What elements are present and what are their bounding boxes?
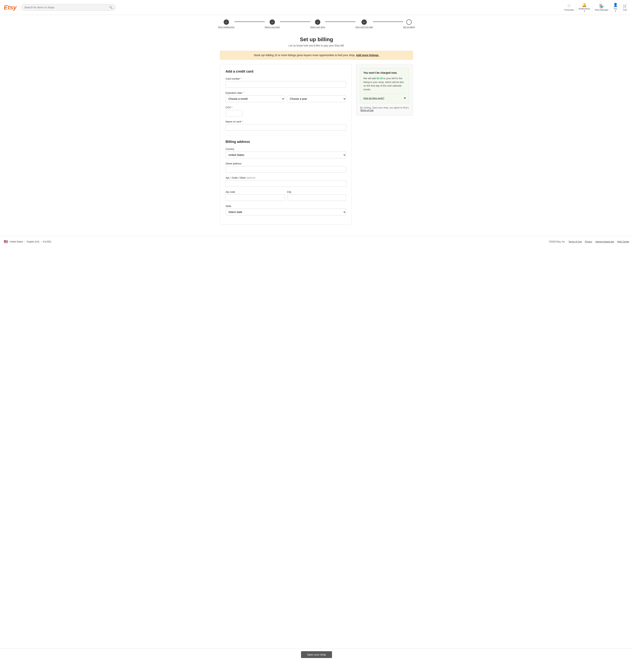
- page-content: Set up billing Let us know how you'd lik…: [216, 33, 417, 229]
- apt-group: Apt. / Suite / Other optional: [226, 176, 346, 187]
- country-select[interactable]: United States: [226, 151, 346, 158]
- search-input[interactable]: [24, 6, 108, 9]
- step-line-1: [234, 22, 265, 22]
- card-number-required: *: [241, 77, 242, 80]
- add-more-listings-link[interactable]: Add more listings.: [356, 54, 379, 57]
- step-name-your-shop[interactable]: ✓ Name your shop: [265, 20, 280, 28]
- name-required: *: [242, 120, 242, 123]
- step-circle-stock-shop: ✓: [315, 20, 320, 25]
- street-address-label: Street address: [226, 162, 346, 165]
- city-label: City: [287, 191, 346, 193]
- apt-optional: optional: [247, 176, 255, 179]
- chevron-down-icon: ▾: [404, 96, 406, 100]
- footer-currency: $ (USD): [43, 240, 51, 243]
- footer-terms-link[interactable]: Terms of Use: [568, 240, 582, 243]
- state-select[interactable]: Select state: [226, 209, 346, 215]
- user-icon: 👤: [613, 3, 618, 7]
- city-group: City: [287, 191, 346, 201]
- expiry-date-group: Expiration date * Choose a month January…: [226, 92, 346, 102]
- expiry-required: *: [242, 92, 243, 94]
- shop-manager-icon: 🏪: [599, 4, 604, 8]
- step-stock-your-shop[interactable]: ✓ Stock your shop: [310, 20, 325, 28]
- footer-country: United States: [9, 240, 23, 243]
- apt-input[interactable]: [226, 180, 346, 187]
- zip-code-label: Zip code: [226, 191, 285, 193]
- no-charge-text: You won't be charged now.: [364, 71, 406, 74]
- ccv-required: *: [231, 106, 232, 109]
- ccv-input[interactable]: [226, 110, 242, 116]
- nav-cart[interactable]: 🛒 Cart: [621, 3, 629, 12]
- footer: 🇺🇸 United States | English (US) | $ (USD…: [0, 236, 633, 247]
- state-group: State Select state: [226, 205, 346, 215]
- flag-icon: 🇺🇸: [4, 240, 8, 244]
- card-number-group: Card number *: [226, 77, 346, 88]
- country-group: Country United States: [226, 148, 346, 158]
- month-select[interactable]: Choose a month JanuaryFebruaryMarchApril…: [226, 95, 285, 102]
- footer-content: 🇺🇸 United States | English (US) | $ (USD…: [0, 236, 633, 247]
- state-label: State: [226, 205, 346, 208]
- zip-city-row: Zip code City: [226, 191, 346, 205]
- nav-notifications[interactable]: 🔔 Notifications ▼: [577, 2, 592, 13]
- notifications-dropdown-icon: ▼: [584, 10, 585, 12]
- card-number-label: Card number *: [226, 77, 346, 80]
- step-circle-name-shop: ✓: [269, 20, 275, 25]
- nav-you[interactable]: 👤 You ▼: [611, 2, 620, 13]
- card-number-input[interactable]: [226, 81, 346, 88]
- step-how-get-paid[interactable]: ✓ How you'll get paid: [355, 20, 373, 28]
- name-on-card-input[interactable]: [226, 124, 346, 130]
- step-line-2: [280, 22, 310, 22]
- add-credit-card-title: Add a credit card: [226, 70, 346, 73]
- step-circle-billing: [406, 20, 412, 25]
- nav-shop-manager[interactable]: 🏪 Shop Manager: [593, 3, 610, 12]
- name-on-card-group: Name on card *: [226, 120, 346, 130]
- heart-icon: ♡: [567, 4, 571, 8]
- step-shop-preferences[interactable]: ✓ Shop preferences: [218, 20, 234, 28]
- zip-code-group: Zip code: [226, 191, 285, 201]
- fees-row[interactable]: How do fees work? ▾: [364, 96, 406, 100]
- main-layout: Add a credit card Card number * Expirati…: [220, 64, 413, 225]
- footer-copyright: ©2020 Etsy, Inc.: [549, 240, 565, 243]
- country-label: Country: [226, 148, 346, 150]
- banner-text: Stock up! Adding 10 or more listings giv…: [254, 54, 355, 57]
- charge-info: We will add $0.20 to your bill for the l…: [364, 76, 406, 91]
- expiry-row: Choose a month JanuaryFebruaryMarchApril…: [226, 95, 346, 102]
- no-charge-box: You won't be charged now. We will add $0…: [360, 68, 409, 103]
- step-set-up-billing[interactable]: Set up billing: [403, 20, 415, 28]
- sidebar: You won't be charged now. We will add $0…: [356, 64, 413, 116]
- info-card: You won't be charged now. We will add $0…: [356, 64, 413, 116]
- etsy-logo[interactable]: Etsy: [4, 4, 17, 11]
- apt-label: Apt. / Suite / Other optional: [226, 176, 346, 179]
- city-input[interactable]: [287, 194, 346, 201]
- page-subtitle: Let us know how you'd like to pay your E…: [220, 44, 413, 47]
- terms-text: By clicking, Open your shop, you agree t…: [360, 106, 409, 112]
- street-address-input[interactable]: [226, 166, 346, 172]
- ccv-group: CCV *: [226, 106, 346, 116]
- nav-favourites[interactable]: ♡ Favourites: [562, 3, 576, 12]
- footer-links: ©2020 Etsy, Inc. Terms of Use Privacy In…: [549, 240, 629, 243]
- charge-amount: $0.20: [377, 77, 383, 80]
- credit-card-form: Add a credit card Card number * Expirati…: [220, 64, 352, 225]
- step-circle-shop-preferences: ✓: [224, 20, 229, 25]
- you-dropdown-icon: ▼: [615, 10, 616, 12]
- footer-privacy-link[interactable]: Privacy: [585, 240, 592, 243]
- year-select[interactable]: Choose a year 20242025202620272028202920…: [287, 95, 346, 102]
- bell-icon: 🔔: [582, 3, 587, 7]
- step-line-3: [325, 22, 355, 22]
- page-title: Set up billing: [220, 37, 413, 43]
- step-circle-get-paid: ✓: [361, 20, 367, 25]
- terms-of-use-link[interactable]: Terms of Use: [360, 109, 374, 112]
- street-address-group: Street address: [226, 162, 346, 172]
- ccv-label: CCV *: [226, 106, 346, 109]
- footer-interest-ads-link[interactable]: Interest-based ads: [595, 240, 614, 243]
- zip-code-input[interactable]: [226, 194, 285, 201]
- expiry-label: Expiration date *: [226, 92, 346, 94]
- cart-icon: 🛒: [623, 4, 627, 8]
- search-icon[interactable]: 🔍: [109, 6, 113, 9]
- search-bar: 🔍: [21, 4, 116, 10]
- footer-help-link[interactable]: Help Center: [617, 240, 629, 243]
- billing-address-title: Billing address: [226, 140, 346, 144]
- stock-up-banner: Stock up! Adding 10 or more listings giv…: [220, 51, 413, 59]
- header-nav: ♡ Favourites 🔔 Notifications ▼ 🏪 Shop Ma…: [562, 2, 629, 13]
- fees-link[interactable]: How do fees work?: [364, 97, 384, 100]
- progress-steps: ✓ Shop preferences ✓ Name your shop ✓ St…: [0, 15, 633, 33]
